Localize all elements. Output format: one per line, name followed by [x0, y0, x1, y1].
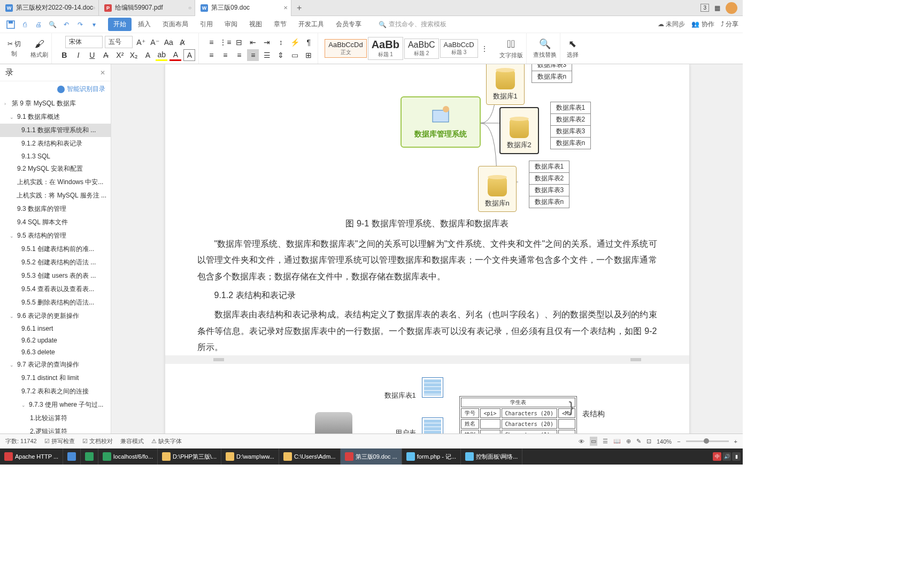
- undo-icon[interactable]: ↶: [60, 18, 73, 31]
- print-layout-icon[interactable]: ▭: [590, 437, 597, 446]
- doc-proof-toggle[interactable]: ☑ 文档校对: [82, 437, 113, 445]
- taskbar-item[interactable]: localhost/6/fo...: [98, 448, 158, 465]
- decrease-font-icon[interactable]: A⁻: [149, 36, 160, 48]
- new-tab-button[interactable]: +: [291, 3, 307, 13]
- toc-item[interactable]: 9.6.1 insert: [0, 323, 111, 334]
- taskbar-item[interactable]: D:\wamp\ww...: [221, 448, 279, 465]
- spell-check-toggle[interactable]: ☑ 拼写检查: [44, 437, 75, 445]
- clear-format-icon[interactable]: A̷: [176, 36, 188, 48]
- toc-item[interactable]: 上机实践：将 MySQL 服务注 ...: [0, 189, 111, 202]
- save-icon[interactable]: [4, 18, 17, 31]
- align-right-button[interactable]: ≡: [233, 49, 245, 61]
- distribute-button[interactable]: ☰: [261, 49, 273, 61]
- underline-button[interactable]: U: [86, 49, 98, 61]
- ribbon-tab-review[interactable]: 审阅: [219, 18, 243, 31]
- chevron-icon[interactable]: ⌄: [21, 402, 27, 408]
- toc-item[interactable]: 9.4 SQL 脚本文件: [0, 216, 111, 229]
- toc-item[interactable]: ⌄9.7.3 使用 where 子句过...: [0, 398, 111, 412]
- toc-item[interactable]: ⌄9.5 表结构的管理: [0, 229, 111, 242]
- strikethrough-button[interactable]: A̶: [100, 49, 112, 61]
- toc-item[interactable]: 9.7.2 表和表之间的连接: [0, 385, 111, 398]
- decrease-indent-button[interactable]: ⇤: [247, 36, 259, 48]
- sort-button[interactable]: ⚡: [289, 36, 301, 48]
- smart-toc-button[interactable]: 智能识别目录: [0, 81, 111, 97]
- bullets-button[interactable]: ≡: [205, 36, 217, 48]
- taskbar-item[interactable]: [81, 448, 98, 465]
- preview-icon[interactable]: 🔍: [46, 18, 59, 31]
- compat-mode[interactable]: 兼容模式: [120, 437, 144, 445]
- font-color-button[interactable]: A: [170, 49, 181, 61]
- toc-item[interactable]: 上机实践：在 Windows 中安...: [0, 176, 111, 189]
- tab-doc2[interactable]: W 第三版09.doc ✕: [195, 0, 291, 16]
- document-viewport[interactable]: 数据库管理系统 数据库1 数据库2 数据库n 数据库表3 数据库表n 数据库表1…: [111, 64, 743, 448]
- align-center-button[interactable]: ≡: [219, 49, 231, 61]
- taskbar-item[interactable]: 第三版09.doc ...: [341, 448, 402, 465]
- text-effects-button[interactable]: A: [142, 49, 153, 61]
- change-case-icon[interactable]: Aa: [163, 36, 174, 48]
- ribbon-tab-home[interactable]: 开始: [108, 18, 132, 31]
- layout-icon[interactable]: 3: [700, 4, 709, 12]
- find-replace-icon[interactable]: 🔍: [539, 38, 551, 50]
- toc-item[interactable]: ›第 9 章 MySQL 数据库: [0, 97, 111, 110]
- taskbar-item[interactable]: form.php - 记...: [402, 448, 461, 465]
- numbering-button[interactable]: ⋮≡: [219, 36, 231, 48]
- font-size-select[interactable]: 五号: [105, 36, 133, 48]
- superscript-button[interactable]: X²: [114, 49, 126, 61]
- italic-button[interactable]: I: [72, 49, 84, 61]
- style-normal[interactable]: AaBbCcDd 正文: [325, 39, 366, 58]
- show-marks-button[interactable]: ¶: [303, 36, 314, 48]
- text-direction-button[interactable]: ↕: [275, 36, 287, 48]
- tab-pdf[interactable]: P 给编辑59907.pdf ○: [99, 0, 195, 16]
- style-h1[interactable]: AaBb 标题 1: [368, 37, 403, 60]
- toc-item[interactable]: 9.7.1 distinct 和 limit: [0, 371, 111, 385]
- chevron-icon[interactable]: ›: [4, 101, 10, 107]
- highlight-button[interactable]: ab: [156, 49, 167, 61]
- ribbon-tab-vip[interactable]: 会员专享: [330, 18, 367, 31]
- edit-icon[interactable]: ✎: [636, 438, 641, 445]
- close-icon[interactable]: ✕: [283, 5, 288, 11]
- text-layout-icon[interactable]: 文̲: [507, 38, 515, 50]
- fit-width-icon[interactable]: ⊡: [646, 438, 651, 445]
- align-justify-button[interactable]: ≡: [247, 49, 259, 61]
- taskbar-item[interactable]: Apache HTTP ...: [0, 448, 63, 465]
- ribbon-tab-view[interactable]: 视图: [244, 18, 267, 31]
- taskbar-item[interactable]: 控制面板\网络...: [461, 448, 522, 465]
- multilevel-button[interactable]: ⊟: [233, 36, 245, 48]
- styles-more-icon[interactable]: ⋮: [479, 43, 490, 55]
- web-layout-icon[interactable]: ⊕: [626, 438, 631, 445]
- toc-item[interactable]: 9.5.4 查看表以及查看表...: [0, 283, 111, 296]
- line-spacing-button[interactable]: ⇕: [275, 49, 287, 61]
- borders-button[interactable]: ⊞: [303, 49, 314, 61]
- ime-icon[interactable]: 中: [713, 452, 721, 461]
- toc-item[interactable]: 9.1.1 数据库管理系统和 ...: [0, 124, 111, 137]
- zoom-out-button[interactable]: −: [677, 438, 680, 445]
- ribbon-tab-ref[interactable]: 引用: [195, 18, 218, 31]
- taskbar-item[interactable]: C:\Users\Adm...: [279, 448, 341, 465]
- style-h2[interactable]: AaBbC 标题 2: [404, 39, 439, 59]
- bold-button[interactable]: B: [58, 49, 70, 61]
- align-left-button[interactable]: ≡: [205, 49, 217, 61]
- toc-item[interactable]: 9.2 MySQL 安装和配置: [0, 162, 111, 176]
- toc-item[interactable]: ⌄9.1 数据库概述: [0, 110, 111, 124]
- subscript-button[interactable]: X₂: [128, 49, 140, 61]
- chevron-icon[interactable]: ⌄: [10, 314, 15, 319]
- increase-font-icon[interactable]: A⁺: [135, 36, 147, 48]
- cut-icon[interactable]: ✂ 切: [7, 40, 21, 49]
- share-button[interactable]: ⤴ 分享: [721, 20, 738, 29]
- tab-pin-icon[interactable]: ○: [92, 5, 95, 11]
- missing-font[interactable]: ⚠ 缺失字体: [151, 437, 182, 445]
- print-icon[interactable]: 🖨: [32, 18, 45, 31]
- taskbar-item[interactable]: D:\PHP第三版\...: [158, 448, 221, 465]
- chevron-icon[interactable]: ⌄: [10, 233, 15, 239]
- toc-item[interactable]: 9.6.3 delete: [0, 346, 111, 358]
- toc-item[interactable]: 9.5.3 创建 users 表的表 ...: [0, 269, 111, 283]
- tab-pin-icon[interactable]: ○: [188, 5, 191, 11]
- toc-item[interactable]: 9.6.2 update: [0, 334, 111, 346]
- word-count[interactable]: 字数: 11742: [5, 437, 37, 445]
- avatar[interactable]: [726, 2, 737, 14]
- ribbon-tab-dev[interactable]: 开发工具: [293, 18, 329, 31]
- sidebar-close-icon[interactable]: ✕: [100, 69, 105, 77]
- tray-icon[interactable]: 🔊: [722, 452, 731, 461]
- ribbon-tab-insert[interactable]: 插入: [133, 18, 156, 31]
- zoom-level[interactable]: 140%: [657, 438, 672, 445]
